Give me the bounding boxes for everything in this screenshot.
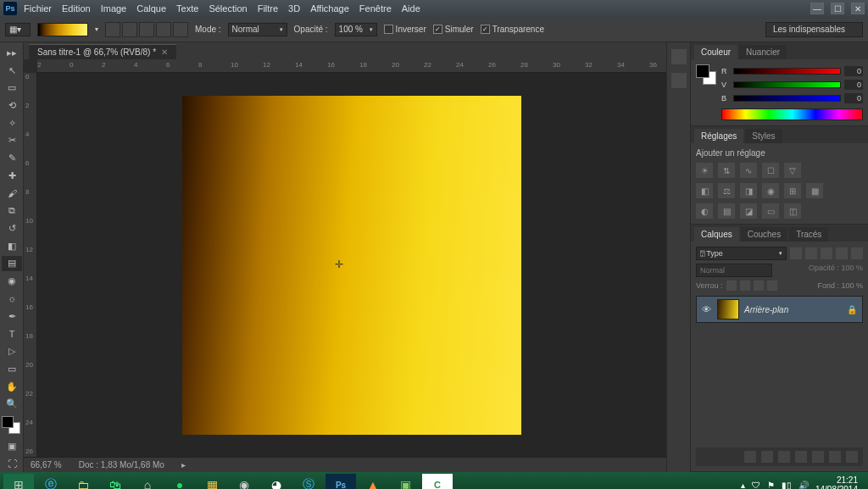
adj-lookup-icon[interactable]: ▦ [806, 183, 823, 198]
foreground-color-swatch[interactable] [2, 416, 14, 428]
adj-invert-icon[interactable]: ◐ [696, 203, 713, 219]
menu-3d[interactable]: 3D [288, 3, 300, 14]
gradient-angle-icon[interactable] [139, 22, 154, 37]
r-slider[interactable] [733, 68, 841, 75]
adj-threshold-icon[interactable]: ◪ [740, 203, 757, 219]
zoom-level[interactable]: 66,67 % [31, 460, 62, 470]
gradient-diamond-icon[interactable] [173, 22, 188, 37]
ruler-horizontal[interactable]: 202468101214161820222426283032343638 [37, 59, 666, 73]
zoom-tool[interactable]: 🔍 [2, 396, 22, 412]
dodge-tool[interactable]: ☼ [2, 291, 22, 307]
ruler-vertical[interactable]: 02468101214161820222426 [24, 73, 37, 457]
quickmask-tool[interactable]: ▣ [2, 438, 22, 454]
tray-flag-icon[interactable]: ⚑ [767, 481, 775, 490]
gradient-preview-dd[interactable]: ▾ [95, 25, 98, 33]
simuler-checkbox[interactable]: ✓Simuler [433, 25, 474, 34]
b-slider[interactable] [733, 95, 841, 102]
group-icon[interactable] [812, 451, 824, 463]
gradient-tool-dd[interactable]: ▦▾ [5, 23, 31, 36]
type-tool[interactable]: T [2, 326, 22, 342]
v-value[interactable]: 0 [844, 80, 863, 90]
menu-selection[interactable]: Sélection [209, 3, 247, 14]
color-swatches[interactable] [2, 416, 20, 434]
layer-row[interactable]: 👁 Arrière-plan 🔒 [696, 296, 863, 323]
gradient-radial-icon[interactable] [122, 22, 137, 37]
eyedropper-tool[interactable]: ✎ [2, 150, 22, 166]
dock-history-icon[interactable] [671, 49, 687, 64]
marquee-tool[interactable]: ▭ [2, 80, 22, 96]
adj-selective-icon[interactable]: ◫ [784, 203, 801, 219]
eraser-tool[interactable]: ◧ [2, 238, 22, 254]
task-camtasia-icon[interactable]: C [422, 474, 453, 489]
adj-balance-icon[interactable]: ⚖ [718, 183, 735, 198]
menu-fichier[interactable]: Fichier [24, 3, 52, 14]
adj-brightness-icon[interactable]: ☀ [696, 163, 713, 178]
close-button[interactable]: ✕ [851, 3, 865, 14]
status-arrow-icon[interactable]: ▸ [181, 460, 186, 470]
close-tab-icon[interactable]: ✕ [161, 47, 168, 57]
visibility-icon[interactable]: 👁 [702, 304, 712, 314]
hand-tool[interactable]: ✋ [2, 379, 22, 395]
history-brush-tool[interactable]: ↺ [2, 220, 22, 236]
lock-pixels-icon[interactable] [740, 281, 750, 291]
tray-shield-icon[interactable]: 🛡 [752, 481, 760, 490]
delete-layer-icon[interactable] [846, 451, 858, 463]
b-value[interactable]: 0 [844, 93, 863, 103]
document-tab[interactable]: Sans titre-1 @ 66,7% (RVB/8) * ✕ [29, 44, 176, 59]
canvas[interactable]: ✛ [182, 96, 521, 435]
wand-tool[interactable]: ✧ [2, 115, 22, 131]
task-ie-icon[interactable]: ⓔ [36, 474, 66, 489]
dock-properties-icon[interactable] [671, 73, 687, 88]
task-store-icon[interactable]: 🛍 [100, 474, 131, 489]
r-value[interactable]: 0 [844, 66, 863, 76]
spectrum-bar[interactable] [721, 108, 863, 120]
fx-icon[interactable] [761, 451, 773, 463]
mode-dropdown[interactable]: Normal▾ [228, 23, 287, 36]
adj-mixer-icon[interactable]: ⊞ [784, 183, 801, 198]
tab-calques[interactable]: Calques [694, 227, 739, 242]
canvas-viewport[interactable]: ✛ [37, 73, 666, 457]
filter-adj-icon[interactable] [805, 247, 817, 259]
layer-opacity-value[interactable]: 100 % [841, 264, 863, 272]
brush-tool[interactable]: 🖌 [2, 186, 22, 202]
layer-thumbnail[interactable] [717, 299, 739, 320]
tray-volume-icon[interactable]: 🔊 [798, 481, 809, 490]
gradient-preview[interactable] [37, 23, 88, 36]
v-slider[interactable] [733, 81, 841, 88]
stamp-tool[interactable]: ⧉ [2, 203, 22, 219]
adj-levels-icon[interactable]: ⇅ [718, 163, 735, 178]
pen-tool[interactable]: ✒ [2, 308, 22, 325]
move-tool[interactable]: ↖ [2, 63, 22, 79]
layer-filter-dd[interactable]: ⍰ Type▾ [696, 247, 787, 260]
task-home-icon[interactable]: ⌂ [132, 474, 163, 489]
link-layers-icon[interactable] [744, 451, 756, 463]
tray-clock[interactable]: 21:21 14/08/2014 [815, 475, 858, 489]
transparence-checkbox[interactable]: ✓Transparence [481, 25, 544, 34]
lock-pos-icon[interactable] [754, 281, 764, 291]
adj-bw-icon[interactable]: ◨ [740, 183, 757, 198]
task-vlc-icon[interactable]: ▲ [358, 474, 388, 489]
menu-calque[interactable]: Calque [136, 3, 166, 14]
gradient-reflected-icon[interactable] [156, 22, 171, 37]
filter-shape-icon[interactable] [836, 247, 848, 259]
gradient-tool[interactable]: ▤ [2, 256, 22, 272]
menu-affichage[interactable]: Affichage [310, 3, 349, 14]
filter-pixel-icon[interactable] [790, 247, 802, 259]
adj-hue-icon[interactable]: ◧ [696, 183, 713, 198]
opacity-field[interactable]: 100 %▾ [335, 23, 377, 36]
tray-network-icon[interactable]: ▮▯ [782, 481, 792, 490]
adj-curves-icon[interactable]: ∿ [740, 163, 757, 178]
menu-edition[interactable]: Edition [62, 3, 91, 14]
adj-vibrance-icon[interactable]: ▽ [784, 163, 801, 178]
menu-fenetre[interactable]: Fenêtre [359, 3, 392, 14]
tab-couches[interactable]: Couches [741, 227, 787, 242]
inverse-checkbox[interactable]: Inverser [384, 25, 426, 34]
lock-trans-icon[interactable] [726, 281, 737, 291]
crop-tool[interactable]: ✂ [2, 133, 22, 149]
mask-icon[interactable] [778, 451, 790, 463]
lasso-tool[interactable]: ⟲ [2, 97, 22, 114]
healing-tool[interactable]: ✚ [2, 168, 22, 184]
menu-filtre[interactable]: Filtre [258, 3, 278, 14]
tab-reglages[interactable]: Réglages [694, 129, 743, 143]
task-app-icon[interactable]: ▦ [197, 474, 227, 489]
